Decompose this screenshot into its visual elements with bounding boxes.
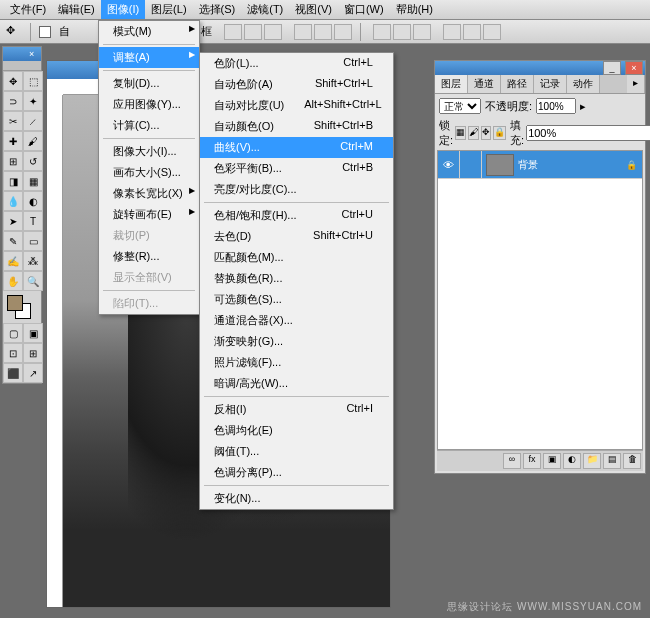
- tool-marquee[interactable]: ⬚: [23, 71, 43, 91]
- tool-type[interactable]: T: [23, 211, 43, 231]
- menu-window[interactable]: 窗口(W): [338, 0, 390, 19]
- tab-history[interactable]: 记录: [534, 75, 567, 93]
- tool-wand[interactable]: ✦: [23, 91, 43, 111]
- auto-select-checkbox[interactable]: [39, 26, 51, 38]
- tool-lasso[interactable]: ⊃: [3, 91, 23, 111]
- align-btn[interactable]: [294, 24, 312, 40]
- menu-item-calculations[interactable]: 计算(C)...: [99, 115, 199, 136]
- tool-slice[interactable]: ⟋: [23, 111, 43, 131]
- menu-help[interactable]: 帮助(H): [390, 0, 439, 19]
- tool-dodge[interactable]: ◐: [23, 191, 43, 211]
- lock-all-icon[interactable]: 🔒: [493, 126, 506, 140]
- tool-zoom[interactable]: 🔍: [23, 271, 43, 291]
- opacity-flyout-icon[interactable]: ▸: [580, 100, 586, 113]
- tool-crop[interactable]: ✂: [3, 111, 23, 131]
- menu-item-rotate-canvas[interactable]: 旋转画布(E): [99, 204, 199, 225]
- tool-gradient[interactable]: ▦: [23, 171, 43, 191]
- foreground-color[interactable]: [7, 295, 23, 311]
- menu-item-duplicate[interactable]: 复制(D)...: [99, 73, 199, 94]
- menu-item-levels[interactable]: 色阶(L)...Ctrl+L: [200, 53, 393, 74]
- distribute-btn[interactable]: [483, 24, 501, 40]
- menu-item-color-balance[interactable]: 色彩平衡(B)...Ctrl+B: [200, 158, 393, 179]
- menu-item-shadow-highlight[interactable]: 暗调/高光(W)...: [200, 373, 393, 394]
- tool-pen[interactable]: ✎: [3, 231, 23, 251]
- screen-full[interactable]: ⬛: [3, 363, 23, 383]
- menu-item-threshold[interactable]: 阈值(T)...: [200, 441, 393, 462]
- panel-close-icon[interactable]: ×: [625, 61, 643, 75]
- menu-item-channel-mixer[interactable]: 通道混合器(X)...: [200, 310, 393, 331]
- align-btn[interactable]: [264, 24, 282, 40]
- menu-item-auto-color[interactable]: 自动颜色(O)Shift+Ctrl+B: [200, 116, 393, 137]
- menu-item-auto-levels[interactable]: 自动色阶(A)Shift+Ctrl+L: [200, 74, 393, 95]
- tool-move[interactable]: ✥: [3, 71, 23, 91]
- align-btn[interactable]: [244, 24, 262, 40]
- quickmask-on[interactable]: ▣: [23, 323, 43, 343]
- layer-thumbnail[interactable]: [486, 154, 514, 176]
- menu-item-auto-contrast[interactable]: 自动对比度(U)Alt+Shift+Ctrl+L: [200, 95, 393, 116]
- quickmask-off[interactable]: ▢: [3, 323, 23, 343]
- delete-layer-icon[interactable]: 🗑: [623, 453, 641, 469]
- fill-input[interactable]: [526, 125, 650, 141]
- tool-history-brush[interactable]: ↺: [23, 151, 43, 171]
- menu-item-posterize[interactable]: 色调分离(P)...: [200, 462, 393, 483]
- tool-heal[interactable]: ✚: [3, 131, 23, 151]
- toolbox-close-icon[interactable]: ×: [29, 49, 39, 59]
- link-toggle[interactable]: [460, 151, 482, 178]
- menu-item-canvas-size[interactable]: 画布大小(S)...: [99, 162, 199, 183]
- distribute-btn[interactable]: [373, 24, 391, 40]
- distribute-btn[interactable]: [393, 24, 411, 40]
- menu-image[interactable]: 图像(I): [101, 0, 145, 19]
- menu-item-trim[interactable]: 修整(R)...: [99, 246, 199, 267]
- menu-view[interactable]: 视图(V): [289, 0, 338, 19]
- distribute-btn[interactable]: [463, 24, 481, 40]
- layer-row[interactable]: 👁 背景 🔒: [438, 151, 642, 179]
- lock-pixels-icon[interactable]: 🖌: [468, 126, 479, 140]
- tool-path-select[interactable]: ➤: [3, 211, 23, 231]
- menu-item-brightness-contrast[interactable]: 亮度/对比度(C)...: [200, 179, 393, 200]
- jump-to[interactable]: ↗: [23, 363, 43, 383]
- tab-layers[interactable]: 图层: [435, 75, 468, 93]
- tool-eraser[interactable]: ◨: [3, 171, 23, 191]
- align-btn[interactable]: [314, 24, 332, 40]
- menu-edit[interactable]: 编辑(E): [52, 0, 101, 19]
- menu-filter[interactable]: 滤镜(T): [241, 0, 289, 19]
- screen-full-menubar[interactable]: ⊞: [23, 343, 43, 363]
- tab-actions[interactable]: 动作: [567, 75, 600, 93]
- tab-channels[interactable]: 通道: [468, 75, 501, 93]
- tool-blur[interactable]: 💧: [3, 191, 23, 211]
- panel-titlebar[interactable]: _ ×: [435, 61, 645, 75]
- lock-position-icon[interactable]: ✥: [481, 126, 491, 140]
- toolbox-grip[interactable]: [3, 61, 41, 71]
- menu-item-match-color[interactable]: 匹配颜色(M)...: [200, 247, 393, 268]
- adjustment-layer-icon[interactable]: ◐: [563, 453, 581, 469]
- tool-stamp[interactable]: ⊞: [3, 151, 23, 171]
- menu-file[interactable]: 文件(F): [4, 0, 52, 19]
- align-btn[interactable]: [334, 24, 352, 40]
- opacity-input[interactable]: [536, 98, 576, 114]
- panel-menu-icon[interactable]: ▸: [627, 75, 645, 93]
- new-layer-icon[interactable]: ▤: [603, 453, 621, 469]
- menu-item-curves[interactable]: 曲线(V)...Ctrl+M: [200, 137, 393, 158]
- tool-hand[interactable]: ✋: [3, 271, 23, 291]
- lock-transparency-icon[interactable]: ▦: [455, 126, 466, 140]
- menu-layer[interactable]: 图层(L): [145, 0, 192, 19]
- menu-item-replace-color[interactable]: 替换颜色(R)...: [200, 268, 393, 289]
- menu-item-image-size[interactable]: 图像大小(I)...: [99, 141, 199, 162]
- menu-item-variations[interactable]: 变化(N)...: [200, 488, 393, 509]
- menu-item-equalize[interactable]: 色调均化(E): [200, 420, 393, 441]
- tool-brush[interactable]: 🖌: [23, 131, 43, 151]
- distribute-btn[interactable]: [443, 24, 461, 40]
- link-layers-icon[interactable]: ∞: [503, 453, 521, 469]
- tool-notes[interactable]: ✍: [3, 251, 23, 271]
- menu-item-pixel-ratio[interactable]: 像素长宽比(X): [99, 183, 199, 204]
- move-tool-icon[interactable]: ✥: [6, 24, 22, 40]
- menu-item-selective-color[interactable]: 可选颜色(S)...: [200, 289, 393, 310]
- panel-minimize-icon[interactable]: _: [603, 61, 621, 75]
- menu-item-desaturate[interactable]: 去色(D)Shift+Ctrl+U: [200, 226, 393, 247]
- menu-item-hue-saturation[interactable]: 色相/饱和度(H)...Ctrl+U: [200, 205, 393, 226]
- tab-paths[interactable]: 路径: [501, 75, 534, 93]
- tool-shape[interactable]: ▭: [23, 231, 43, 251]
- menu-item-mode[interactable]: 模式(M): [99, 21, 199, 42]
- menu-select[interactable]: 选择(S): [193, 0, 242, 19]
- layer-group-icon[interactable]: 📁: [583, 453, 601, 469]
